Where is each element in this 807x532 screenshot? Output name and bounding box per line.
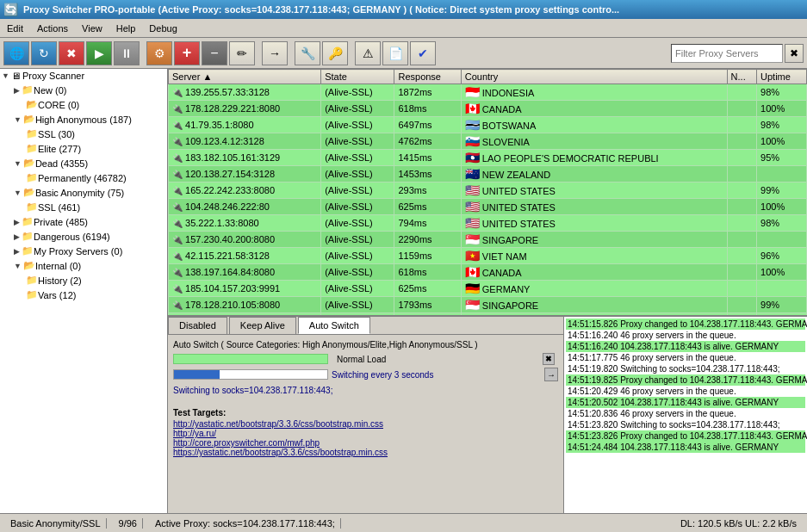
sidebar-item-elite[interactable]: 📁 Elite (277) — [0, 141, 167, 156]
sidebar-item-dead[interactable]: ▼ 📂 Dead (4355) — [0, 156, 167, 170]
table-row[interactable]: 🔌 178.128.229.221:8080 (Alive-SSL) 618ms… — [169, 101, 807, 117]
sidebar-item-private[interactable]: ▶ 📁 Private (485) — [0, 214, 167, 229]
cell-n — [727, 150, 756, 166]
col-n[interactable]: N... — [727, 70, 756, 84]
sidebar-item-myproxy[interactable]: ▶ 📁 My Proxy Servers (0) — [0, 244, 167, 258]
pause-btn[interactable]: ⏸ — [114, 41, 140, 65]
col-uptime[interactable]: Uptime — [757, 70, 807, 84]
doc-btn[interactable]: 📄 — [382, 41, 408, 65]
vars-folder-icon: 📁 — [26, 289, 38, 300]
sidebar-item-ssl2[interactable]: 📁 SSL (461) — [0, 200, 167, 214]
tool2-btn[interactable]: 🔑 — [322, 41, 348, 65]
cell-n — [727, 182, 756, 199]
cell-country: 🇺🇸 UNITED STATES — [461, 182, 727, 199]
settings-btn[interactable]: ⚙ — [146, 41, 172, 65]
stop-btn[interactable]: ✖ — [59, 41, 84, 65]
table-row[interactable]: 🔌 120.138.27.154:3128 (Alive-SSL) 1453ms… — [169, 166, 807, 182]
globe-btn[interactable]: 🌐 — [3, 41, 29, 65]
targets-label: Test Targets: — [173, 408, 558, 418]
target-url[interactable]: https://yastatic.net/bootstrap/3.3.6/css… — [173, 448, 558, 457]
add-btn[interactable]: + — [174, 41, 200, 65]
log-entry: 14:51:19.825 Proxy changed to 104.238.17… — [566, 374, 805, 386]
table-row[interactable]: 🔌 139.255.57.33:3128 (Alive-SSL) 1872ms … — [169, 84, 807, 101]
menu-edit[interactable]: Edit — [0, 22, 30, 35]
filter-input[interactable] — [671, 44, 783, 63]
table-row[interactable]: 🔌 183.182.105.161:3129 (Alive-SSL) 1415m… — [169, 150, 807, 166]
cell-state: (Alive-SSL) — [321, 133, 394, 150]
tool1-btn[interactable]: 🔧 — [295, 41, 320, 65]
title-bar-text: Proxy Switcher PRO-portable (Active Prox… — [23, 4, 619, 15]
menu-help[interactable]: Help — [109, 22, 143, 35]
close-x-btn[interactable]: ✖ — [543, 353, 555, 365]
check-btn[interactable]: ✔ — [410, 41, 436, 65]
main-area: ▼ 🖥 Proxy Scanner ▶ 📁 New (0) 📂 CORE (0)… — [0, 69, 807, 513]
cell-server: 🔌 109.123.4.12:3128 — [169, 133, 321, 150]
sidebar-item-internal[interactable]: ▼ 📂 Internal (0) — [0, 258, 167, 273]
tab-disabled[interactable]: Disabled — [168, 317, 227, 334]
minus-btn[interactable]: − — [202, 41, 227, 65]
col-state[interactable]: State — [321, 70, 394, 84]
table-row[interactable]: 🔌 178.128.210.105:8080 (Alive-SSL) 1793m… — [169, 297, 807, 313]
elite-folder-icon: 📁 — [26, 143, 38, 154]
col-response[interactable]: Response — [394, 70, 461, 84]
table-row[interactable]: 🔌 157.230.40.200:8080 (Alive-SSL) 2290ms… — [169, 232, 807, 248]
edit-btn[interactable]: ✏ — [229, 41, 255, 65]
cell-country: 🇸🇬 SINGAPORE — [461, 297, 727, 313]
log-entry: 14:51:17.775 46 proxy servers in the que… — [566, 352, 805, 363]
proxy-table-container[interactable]: Server ▲ State Response Country N... Upt… — [168, 69, 807, 315]
col-server[interactable]: Server ▲ — [169, 70, 321, 84]
table-row[interactable]: 🔌 109.123.4.12:3128 (Alive-SSL) 4762ms 🇸… — [169, 133, 807, 150]
sidebar-item-dangerous[interactable]: ▶ 📁 Dangerous (6194) — [0, 229, 167, 244]
refresh-btn[interactable]: ↻ — [31, 41, 57, 65]
log-entry: 14:51:16.240 104.238.177.118:443 is aliv… — [566, 341, 805, 352]
right-panel[interactable]: 14:51:15.826 Proxy changed to 104.238.17… — [564, 317, 807, 513]
table-row[interactable]: 🔌 41.79.35.1:8080 (Alive-SSL) 6497ms 🇧🇼 … — [169, 117, 807, 133]
table-row[interactable]: 🔌 165.22.242.233:8080 (Alive-SSL) 293ms … — [169, 182, 807, 199]
col-country[interactable]: Country — [461, 70, 727, 84]
cell-n — [727, 264, 756, 281]
table-row[interactable]: 🔌 42.115.221.58:3128 (Alive-SSL) 1159ms … — [169, 248, 807, 264]
export-btn[interactable]: → — [262, 41, 288, 65]
table-row[interactable]: 🔌 138.197.164.84:8080 (Alive-SSL) 618ms … — [169, 264, 807, 281]
target-url[interactable]: http://core.proxyswitcher.com/mwf.php — [173, 438, 558, 448]
target-url[interactable]: http://ya.ru/ — [173, 429, 558, 438]
cell-state: (Alive-SSL) — [321, 166, 394, 182]
tab-autoswitch[interactable]: Auto Switch — [298, 317, 370, 334]
sidebar-item-ssl[interactable]: 📁 SSL (30) — [0, 127, 167, 141]
bottom-pane: Disabled Keep Alive Auto Switch Auto Swi… — [168, 315, 807, 513]
table-row[interactable]: 🔌 66.42.54.20:3128 (Alive-SSL) 4279ms 🇸🇬… — [169, 313, 807, 316]
cell-server: 🔌 178.128.229.221:8080 — [169, 101, 321, 117]
sidebar-item-vars[interactable]: 📁 Vars (12) — [0, 288, 167, 302]
menu-actions[interactable]: Actions — [30, 22, 75, 35]
proxy-table: Server ▲ State Response Country N... Upt… — [168, 69, 807, 315]
sidebar-item-core[interactable]: 📂 CORE (0) — [0, 97, 167, 112]
warning-btn[interactable]: ⚠ — [355, 41, 381, 65]
play-btn[interactable]: ▶ — [86, 41, 112, 65]
sidebar: ▼ 🖥 Proxy Scanner ▶ 📁 New (0) 📂 CORE (0)… — [0, 69, 168, 513]
sidebar-item-scanner[interactable]: ▼ 🖥 Proxy Scanner — [0, 69, 167, 83]
cell-response: 1793ms — [394, 297, 461, 313]
filter-clear-btn[interactable]: ✖ — [785, 44, 804, 63]
cell-server: 🔌 183.182.105.161:3129 — [169, 150, 321, 166]
left-panel: Disabled Keep Alive Auto Switch Auto Swi… — [168, 317, 564, 513]
table-row[interactable]: 🔌 104.248.246.222:80 (Alive-SSL) 625ms 🇺… — [169, 199, 807, 215]
cell-response: 625ms — [394, 281, 461, 297]
cell-response: 4762ms — [394, 133, 461, 150]
table-row[interactable]: 🔌 35.222.1.33:8080 (Alive-SSL) 794ms 🇺🇸 … — [169, 215, 807, 232]
sidebar-item-permanently[interactable]: 📁 Permanently (46782) — [0, 170, 167, 185]
cell-country: 🇮🇩 INDONESIA — [461, 84, 727, 101]
menu-debug[interactable]: Debug — [142, 22, 183, 35]
sidebar-item-basic-anon[interactable]: ▼ 📂 Basic Anonymity (75) — [0, 185, 167, 200]
arrow-right-btn[interactable]: → — [544, 368, 558, 381]
table-row[interactable]: 🔌 185.104.157.203:9991 (Alive-SSL) 625ms… — [169, 281, 807, 297]
sidebar-item-new[interactable]: ▶ 📁 New (0) — [0, 83, 167, 97]
sidebar-item-history[interactable]: 📁 History (2) — [0, 273, 167, 288]
cell-state: (Alive-SSL) — [321, 313, 394, 316]
high-anon-icon: 📂 — [23, 114, 35, 125]
target-url[interactable]: http://yastatic.net/bootstrap/3.3.6/css/… — [173, 419, 558, 429]
menu-view[interactable]: View — [75, 22, 109, 35]
tab-keepalive[interactable]: Keep Alive — [229, 317, 296, 334]
cell-state: (Alive-SSL) — [321, 297, 394, 313]
cell-server: 🔌 42.115.221.58:3128 — [169, 248, 321, 264]
sidebar-item-high-anon[interactable]: ▼ 📂 High Anonymous (187) — [0, 112, 167, 127]
